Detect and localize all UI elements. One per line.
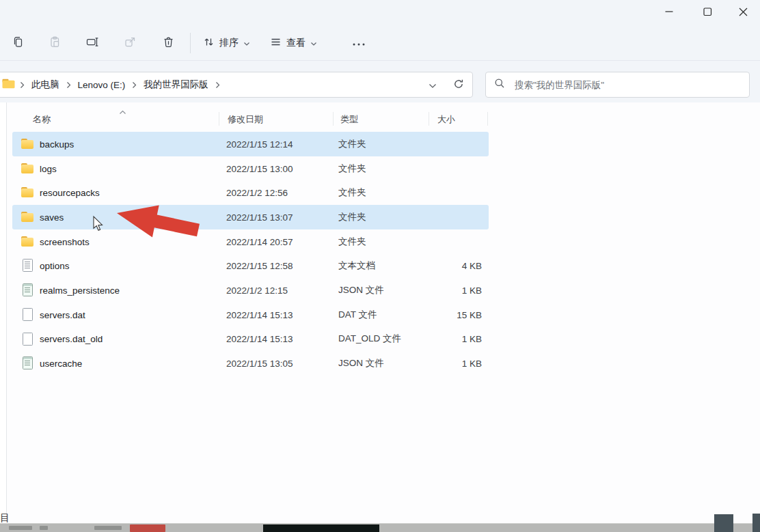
file-type: DAT 文件 [338, 309, 377, 321]
more-ellipsis-icon [352, 38, 366, 48]
file-row-realms_persistence[interactable]: realms_persistence 2022/1/2 12:15 JSON 文… [12, 278, 489, 303]
navigation-row: 此电脑 Lenovo (E:) 我的世界国际版 [0, 71, 760, 100]
more-options-button[interactable] [340, 31, 377, 55]
copy-button[interactable] [5, 31, 30, 55]
file-row-servers.dat_old[interactable]: servers.dat_old 2022/1/14 15:13 DAT_OLD … [12, 327, 489, 352]
close-button[interactable] [729, 3, 757, 20]
share-icon [124, 36, 137, 51]
file-icon [21, 308, 34, 322]
file-type: 文本文档 [338, 260, 375, 272]
column-header-type[interactable]: 类型 [340, 113, 358, 126]
rename-button[interactable] [80, 31, 105, 55]
address-bar[interactable]: 此电脑 Lenovo (E:) 我的世界国际版 [0, 72, 473, 98]
file-row-options[interactable]: options 2022/1/15 12:58 文本文档 4 KB [12, 253, 489, 278]
share-button[interactable] [118, 31, 142, 55]
column-divider[interactable] [429, 112, 429, 126]
video-player-bar [0, 523, 760, 532]
minimize-button[interactable] [655, 3, 683, 20]
file-type: JSON 文件 [338, 357, 384, 369]
file-icon [21, 333, 34, 346]
file-name: servers.dat [40, 309, 85, 320]
file-row-resourcepacks[interactable]: resourcepacks 2022/1/2 12:56 文件夹 [12, 180, 489, 205]
folder-icon [21, 162, 34, 176]
file-type: 文件夹 [338, 186, 366, 199]
file-name: realms_persistence [40, 285, 120, 295]
file-date-modified: 2022/1/2 12:15 [226, 285, 288, 295]
file-date-modified: 2022/1/15 13:05 [226, 359, 293, 369]
file-date-modified: 2022/1/15 12:14 [226, 139, 293, 149]
taskbar-dark-tile [752, 514, 760, 532]
taskbar-dark-tile [714, 514, 733, 532]
file-name: saves [40, 212, 64, 222]
maximize-button[interactable] [693, 3, 722, 20]
text-file-icon [21, 259, 34, 272]
file-size: 1 KB [395, 359, 482, 369]
address-dropdown-button[interactable] [429, 79, 437, 92]
file-row-screenshots[interactable]: screenshots 2022/1/14 20:57 文件夹 [12, 229, 489, 254]
refresh-button[interactable] [453, 79, 464, 92]
chevron-down-icon [310, 38, 317, 48]
column-header-name[interactable]: 名称 [33, 113, 51, 126]
search-box[interactable] [485, 72, 750, 98]
minimize-icon [665, 8, 673, 16]
delete-icon [162, 36, 175, 51]
column-divider[interactable] [219, 112, 219, 126]
breadcrumb-chevron-icon [213, 81, 222, 89]
file-row-backups[interactable]: backups 2022/1/15 12:14 文件夹 [12, 132, 489, 156]
file-row-usercache[interactable]: usercache 2022/1/15 13:05 JSON 文件 1 KB [12, 351, 489, 376]
column-divider[interactable] [333, 112, 334, 126]
delete-button[interactable] [156, 31, 180, 55]
folder-icon [21, 186, 34, 199]
column-headers: 名称 修改日期 类型 大小 [12, 108, 489, 130]
paste-icon [49, 36, 62, 51]
file-name: resourcepacks [40, 188, 100, 198]
column-divider[interactable] [487, 112, 488, 126]
file-date-modified: 2022/1/14 15:13 [226, 309, 293, 320]
file-size: 15 KB [395, 309, 482, 320]
folder-icon [21, 210, 34, 224]
file-row-logs[interactable]: logs 2022/1/15 13:00 文件夹 [12, 156, 489, 181]
navigation-pane-divider[interactable] [6, 102, 7, 518]
breadcrumb-current-folder[interactable]: 我的世界国际版 [139, 76, 213, 94]
file-name: backups [40, 139, 74, 149]
sort-button[interactable]: 排序 [197, 31, 256, 55]
file-date-modified: 2022/1/2 12:56 [226, 188, 288, 198]
json-file-icon [21, 283, 34, 297]
paste-button[interactable] [42, 31, 67, 55]
breadcrumb-chevron-icon [130, 81, 139, 89]
rename-icon [86, 36, 99, 51]
file-type: 文件夹 [338, 211, 366, 223]
file-row-servers.dat[interactable]: servers.dat 2022/1/14 15:13 DAT 文件 15 KB [12, 303, 489, 327]
chevron-down-icon [243, 38, 250, 48]
sort-label: 排序 [219, 37, 239, 49]
file-date-modified: 2022/1/14 20:57 [226, 236, 293, 247]
file-type: 文件夹 [338, 138, 366, 150]
column-header-date[interactable]: 修改日期 [228, 113, 263, 126]
sort-ascending-icon [119, 107, 126, 117]
view-button[interactable]: 查看 [264, 31, 323, 55]
file-name: servers.dat_old [40, 334, 103, 344]
search-input[interactable] [513, 79, 741, 91]
command-toolbar: 排序 查看 [0, 26, 760, 61]
close-icon [739, 8, 748, 16]
breadcrumb-drive-e[interactable]: Lenovo (E:) [73, 77, 131, 93]
folder-icon [21, 235, 34, 249]
file-size: 1 KB [395, 334, 482, 344]
video-dark-segment [263, 524, 379, 532]
toolbar-separator [190, 33, 191, 53]
video-control-smudge [40, 526, 48, 530]
file-name: usercache [40, 359, 82, 369]
column-header-size[interactable]: 大小 [437, 113, 455, 126]
json-file-icon [21, 356, 34, 370]
file-date-modified: 2022/1/15 12:58 [226, 261, 293, 271]
view-label: 查看 [286, 37, 306, 49]
file-type: JSON 文件 [338, 284, 384, 296]
file-date-modified: 2022/1/15 13:00 [226, 163, 293, 173]
file-row-saves[interactable]: saves 2022/1/15 13:07 文件夹 [12, 205, 489, 229]
title-bar [0, 0, 760, 23]
file-name: options [40, 261, 70, 271]
file-type: 文件夹 [338, 236, 366, 248]
file-explorer-window: 排序 查看 此电脑 Lenovo (E:) 我的世界国际版 [0, 0, 760, 532]
breadcrumb-this-pc[interactable]: 此电脑 [27, 76, 64, 94]
breadcrumb-chevron-icon [18, 81, 27, 89]
